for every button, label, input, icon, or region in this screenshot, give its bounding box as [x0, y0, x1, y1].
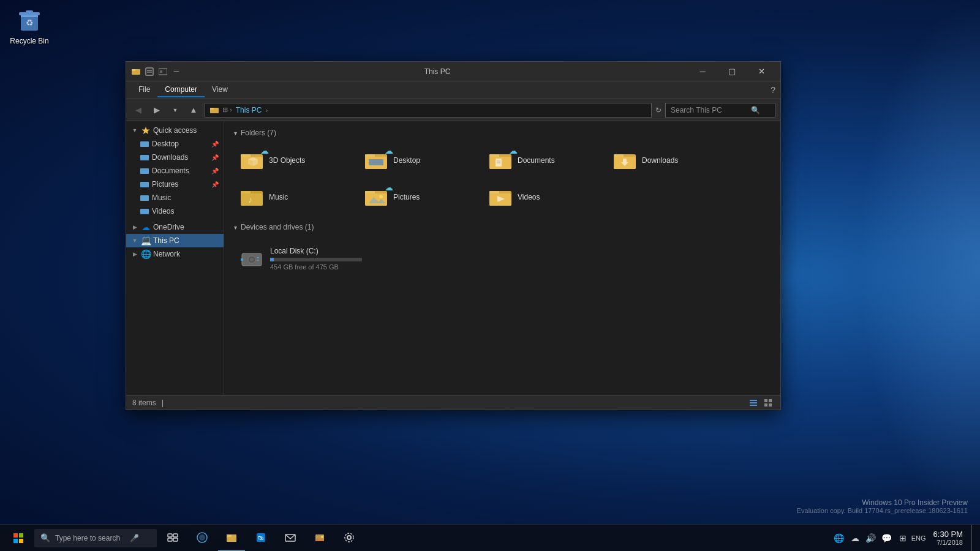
- folder-item-pictures[interactable]: ☁ Pictures: [358, 181, 478, 213]
- refresh-button[interactable]: ↻: [655, 106, 662, 114]
- tray-clock[interactable]: 6:30 PM 7/1/2018: [929, 530, 968, 546]
- svg-rect-16: [140, 155, 149, 160]
- status-items-count: 8 items |: [132, 399, 747, 407]
- svg-rect-62: [750, 402, 757, 403]
- tray-language-icon[interactable]: ENG: [913, 525, 925, 552]
- sidebar-downloads-label: Downloads: [152, 153, 188, 162]
- sidebar-item-downloads[interactable]: Downloads 📌: [126, 151, 224, 164]
- window-controls: ─ ▢ ✕: [688, 62, 775, 81]
- svg-rect-19: [140, 195, 149, 201]
- folder-pictures-label: Pictures: [393, 193, 420, 201]
- tiles-view-button[interactable]: [762, 397, 774, 408]
- folder-item-documents[interactable]: ☁ Documents: [483, 144, 602, 176]
- folder-item-music[interactable]: ♪ Music: [234, 181, 353, 213]
- downloads-folder-icon: [140, 152, 149, 162]
- task-view-button[interactable]: [159, 525, 186, 552]
- tray-action-center-icon[interactable]: 💬: [881, 525, 893, 552]
- tab-view[interactable]: View: [205, 83, 235, 97]
- title-bar-icon2: [145, 67, 154, 77]
- status-bar: 8 items |: [126, 395, 780, 410]
- folders-section-header[interactable]: ▾ Folders (7): [234, 129, 771, 137]
- taskbar-settings-button[interactable]: [336, 525, 363, 552]
- quick-access-star-icon: [141, 126, 151, 135]
- folder-item-3d-objects[interactable]: ☁ 3D Objects: [234, 144, 353, 176]
- svg-rect-59: [257, 260, 259, 261]
- sidebar-item-desktop[interactable]: Desktop 📌: [126, 137, 224, 151]
- maximize-button[interactable]: ▢: [718, 62, 746, 81]
- file-explorer-taskbar-icon: [226, 532, 237, 543]
- svg-rect-18: [140, 182, 149, 187]
- tray-network-icon[interactable]: 🌐: [833, 525, 845, 552]
- tiles-view-icon: [764, 399, 772, 407]
- taskbar-store-button[interactable]: 🛍: [247, 525, 274, 552]
- sidebar-item-network[interactable]: ▶ 🌐 Network: [126, 247, 224, 261]
- tray-audio-icon[interactable]: 🔊: [865, 525, 877, 552]
- folder-item-videos[interactable]: Videos: [483, 181, 602, 213]
- minimize-button[interactable]: ─: [688, 62, 717, 81]
- ribbon-tabs: File Computer View ?: [126, 81, 780, 99]
- recycle-bin-label: Recycle Bin: [10, 37, 48, 45]
- sidebar-item-this-pc[interactable]: ▼ 💻 This PC: [126, 234, 224, 247]
- sidebar-item-quick-access[interactable]: ▼ Quick access: [126, 124, 224, 137]
- videos-icon-wrap: [488, 185, 513, 209]
- svg-point-87: [345, 533, 353, 542]
- desktop-folder-icon: [140, 139, 149, 149]
- sidebar-item-documents[interactable]: Documents 📌: [126, 164, 224, 178]
- address-this-pc[interactable]: This PC: [236, 106, 262, 114]
- tab-file[interactable]: File: [131, 83, 157, 97]
- svg-rect-69: [19, 533, 23, 538]
- up-button[interactable]: ▲: [186, 103, 201, 118]
- start-button[interactable]: [5, 525, 32, 552]
- help-icon[interactable]: ?: [771, 85, 775, 95]
- folder-item-downloads[interactable]: Downloads: [607, 144, 726, 176]
- documents-icon-wrap: ☁: [488, 148, 513, 173]
- details-view-button[interactable]: [747, 397, 760, 408]
- this-pc-expand-icon: ▼: [131, 237, 138, 244]
- folders-grid: ☁ 3D Objects ☁ Deskto: [234, 144, 771, 213]
- taskbar-fileexplorer-button[interactable]: [218, 525, 245, 552]
- status-view-icons: [747, 397, 774, 408]
- title-bar-folder-icon: [131, 67, 141, 77]
- show-desktop-button[interactable]: [971, 525, 975, 552]
- sidebar-item-videos[interactable]: Videos: [126, 204, 224, 218]
- tray-onedrive-icon[interactable]: ☁: [849, 525, 861, 552]
- devices-section-header[interactable]: ▾ Devices and drives (1): [234, 223, 771, 231]
- address-input[interactable]: ⊞ › This PC ›: [205, 103, 652, 118]
- taskbar-photos-button[interactable]: [306, 525, 333, 552]
- sidebar-item-music[interactable]: Music: [126, 191, 224, 204]
- close-button[interactable]: ✕: [747, 62, 775, 81]
- sidebar-item-onedrive[interactable]: ▶ ☁ OneDrive: [126, 220, 224, 234]
- pictures-icon-wrap: ☁: [364, 185, 388, 209]
- documents-folder-icon: [140, 166, 149, 176]
- status-separator: |: [162, 399, 164, 407]
- tray-tablet-icon[interactable]: ⊞: [897, 525, 909, 552]
- pictures-folder-icon: [140, 179, 149, 189]
- taskbar-cortana-button[interactable]: [189, 525, 216, 552]
- taskbar-mail-button[interactable]: [277, 525, 304, 552]
- drive-item-c[interactable]: Local Disk (C:) 454 GB free of 475 GB: [234, 239, 369, 278]
- nav-dropdown-button[interactable]: ▼: [168, 103, 183, 118]
- svg-rect-11: [160, 70, 162, 73]
- explorer-window: – This PC ─ ▢ ✕ File Computer View ? ◀ ▶…: [126, 61, 781, 410]
- svg-rect-71: [19, 539, 23, 543]
- taskbar-search[interactable]: 🔍 Type here to search 🎤: [34, 529, 157, 547]
- svg-rect-72: [168, 534, 172, 537]
- videos-folder-icon: [140, 206, 149, 216]
- folder-videos-label: Videos: [518, 193, 540, 201]
- settings-taskbar-icon: [344, 532, 355, 543]
- this-pc-icon: 💻: [141, 236, 151, 246]
- drive-c-bar-bg: [270, 258, 362, 261]
- search-box[interactable]: Search This PC 🔍: [665, 103, 775, 118]
- back-button[interactable]: ◀: [131, 103, 146, 118]
- recycle-bin-desktop-icon[interactable]: ♻ Recycle Bin: [5, 5, 54, 45]
- sidebar-item-pictures[interactable]: Pictures 📌: [126, 178, 224, 191]
- title-bar-icon3: [158, 67, 168, 77]
- onedrive-icon: ☁: [141, 222, 151, 232]
- title-bar-quick-access: –: [131, 67, 181, 77]
- devices-section-label: Devices and drives (1): [241, 223, 314, 231]
- forward-button[interactable]: ▶: [149, 103, 164, 118]
- tab-computer[interactable]: Computer: [157, 83, 205, 97]
- folder-item-desktop[interactable]: ☁ Desktop: [358, 144, 478, 176]
- desktop-cloud-badge: ☁: [385, 146, 393, 156]
- svg-rect-67: [769, 403, 772, 407]
